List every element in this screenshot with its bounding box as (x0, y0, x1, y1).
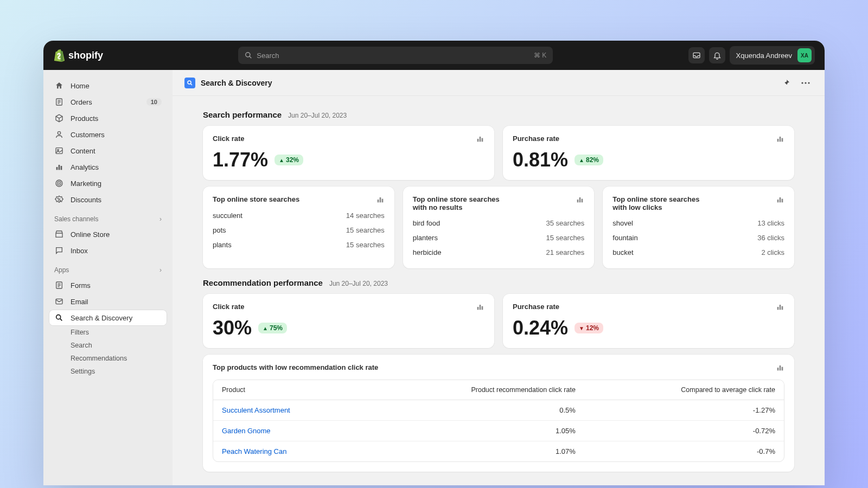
svg-rect-39 (477, 307, 479, 310)
chevron-right-icon[interactable]: › (159, 266, 162, 274)
sidebar-item-products[interactable]: Products (49, 110, 167, 126)
svg-point-23 (808, 82, 809, 84)
col-rate: Product recommendation click rate (366, 380, 584, 400)
list-item: fountain36 clicks (612, 230, 784, 245)
sidebar-item-inbox[interactable]: Inbox (49, 242, 167, 259)
sidebar-item-discounts[interactable]: Discounts (49, 191, 167, 208)
bar-chart-icon[interactable] (576, 195, 584, 204)
chevron-right-icon[interactable]: › (159, 215, 162, 223)
home-icon (54, 81, 64, 91)
card-top-searches: Top online store searches succulent14 se… (203, 187, 394, 268)
svg-rect-35 (582, 199, 583, 203)
svg-rect-26 (482, 138, 483, 142)
cell-compared: -0.7% (584, 441, 784, 462)
svg-rect-7 (56, 167, 58, 170)
product-link[interactable]: Garden Gnome (222, 427, 271, 435)
card-rec-click-rate: Click rate 30% ▲75% (203, 294, 494, 348)
forms-icon (54, 280, 64, 290)
sidebar-item-label: Customers (71, 131, 105, 139)
svg-line-1 (250, 56, 252, 59)
svg-rect-8 (59, 165, 60, 170)
bar-chart-icon[interactable] (776, 195, 784, 204)
cell-rate: 1.07% (366, 441, 584, 462)
card-title: Top online store searches with low click… (612, 195, 705, 211)
bar-chart-icon[interactable] (776, 303, 784, 311)
sidebar-item-marketing[interactable]: Marketing (49, 175, 167, 191)
svg-rect-44 (782, 306, 783, 310)
more-button[interactable] (799, 76, 813, 90)
card-title: Top products with low recommendation cli… (213, 363, 378, 371)
bar-chart-icon[interactable] (776, 363, 784, 372)
svg-point-4 (58, 132, 60, 134)
discounts-icon (54, 195, 64, 204)
sidebar-item-label: Forms (71, 281, 91, 290)
bar-chart-icon[interactable] (776, 134, 784, 143)
card-no-results: Top online store searches with no result… (403, 187, 595, 268)
global-search-input[interactable]: Search ⌘ K (238, 47, 553, 64)
sidebar-item-analytics[interactable]: Analytics (49, 159, 167, 175)
sidebar-item-content[interactable]: Content (49, 143, 167, 159)
date-range: Jun 20–Jul 20, 2023 (329, 280, 388, 287)
page-header: Search & Discovery (173, 70, 825, 96)
sidebar-item-label: Discounts (71, 196, 101, 204)
bar-chart-icon[interactable] (376, 195, 385, 204)
sidebar: Home Orders 10 Products Customers Conten… (43, 70, 173, 485)
cell-rate: 0.5% (366, 400, 584, 421)
metric-value: 0.81% (513, 149, 568, 171)
svg-rect-29 (782, 138, 783, 142)
svg-line-20 (191, 84, 193, 85)
customers-icon (54, 130, 64, 139)
sidebar-item-orders[interactable]: Orders 10 (49, 94, 167, 110)
metric-delta: ▲75% (258, 323, 287, 333)
sidebar-sub-filters[interactable]: Filters (49, 326, 167, 339)
metric-label: Purchase rate (513, 303, 559, 311)
table-row: Succulent Assortment 0.5% -1.27% (213, 400, 784, 421)
metric-delta: ▼12% (575, 323, 603, 333)
sidebar-item-email[interactable]: Email (49, 293, 167, 310)
col-product: Product (213, 380, 366, 400)
orders-icon (54, 97, 64, 107)
product-link[interactable]: Peach Watering Can (222, 447, 286, 455)
svg-rect-41 (482, 306, 483, 310)
sidebar-section-channels: Sales channels › (49, 208, 167, 226)
sidebar-item-home[interactable]: Home (49, 78, 167, 94)
sidebar-sub-search[interactable]: Search (49, 339, 167, 352)
svg-point-0 (246, 53, 250, 57)
svg-point-19 (188, 81, 191, 84)
sidebar-item-online-store[interactable]: Online Store (49, 226, 167, 242)
table-row: Garden Gnome 1.05% -0.72% (213, 421, 784, 441)
svg-rect-9 (61, 166, 62, 170)
sidebar-item-label: Search & Discovery (71, 314, 132, 322)
metric-label: Purchase rate (513, 134, 559, 143)
svg-rect-36 (777, 200, 779, 202)
analytics-icon (54, 162, 64, 172)
search-icon (245, 52, 252, 59)
svg-point-21 (801, 82, 803, 84)
bar-chart-icon[interactable] (476, 303, 484, 311)
pin-button[interactable] (779, 76, 793, 90)
product-link[interactable]: Succulent Assortment (222, 406, 290, 414)
svg-rect-32 (381, 199, 383, 203)
sidebar-sub-recommendations[interactable]: Recommendations (49, 352, 167, 365)
svg-rect-45 (777, 368, 779, 370)
svg-point-12 (59, 183, 59, 183)
bar-chart-icon[interactable] (476, 134, 484, 143)
sidebar-item-customers[interactable]: Customers (49, 126, 167, 143)
products-icon (54, 113, 64, 123)
date-range: Jun 20–Jul 20, 2023 (288, 112, 347, 119)
user-menu[interactable]: Xquenda Andreev XA (730, 46, 815, 65)
search-discovery-icon (54, 313, 64, 323)
sidebar-item-search-discovery[interactable]: Search & Discovery (49, 310, 167, 326)
metric-label: Click rate (213, 134, 245, 143)
brand-logo: shopify (53, 49, 103, 62)
card-low-clicks: Top online store searches with low click… (603, 187, 794, 268)
notifications-button[interactable] (709, 47, 725, 63)
email-icon (54, 297, 64, 306)
sidebar-sub-settings[interactable]: Settings (49, 365, 167, 378)
metric-delta: ▲82% (575, 155, 603, 165)
list-item: plants15 searches (213, 237, 385, 252)
sidebar-item-forms[interactable]: Forms (49, 277, 167, 293)
svg-rect-47 (782, 367, 783, 371)
sidebar-item-label: Inbox (71, 247, 88, 255)
inbox-button[interactable] (688, 47, 705, 63)
